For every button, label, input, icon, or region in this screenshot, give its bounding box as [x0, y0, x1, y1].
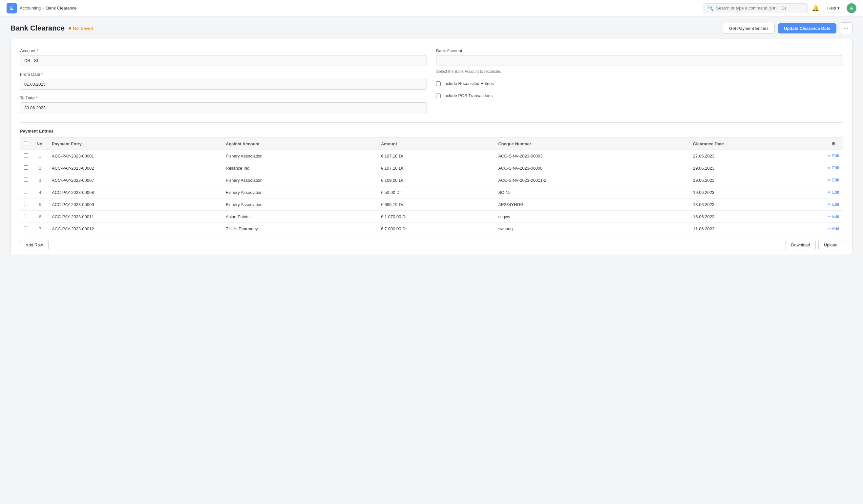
- add-row-button[interactable]: Add Row: [20, 240, 49, 250]
- edit-pencil-icon: ✏: [828, 178, 831, 182]
- row-checkbox-6[interactable]: [24, 226, 28, 230]
- row-clearance-date: 19.06.2023: [689, 174, 824, 186]
- table-row: 5 ACC-PAY-2023-00009 Fishery Association…: [20, 199, 843, 211]
- row-cheque-number: ACC-SINV-2023-00008: [494, 162, 689, 174]
- row-checkbox-2[interactable]: [24, 177, 28, 182]
- bell-button[interactable]: 🔔: [811, 3, 820, 13]
- table-row: 3 ACC-PAY-2023-00007 Fishery Association…: [20, 174, 843, 186]
- help-button[interactable]: Help ▾: [823, 4, 844, 12]
- row-checkbox-cell: [20, 150, 32, 162]
- th-settings[interactable]: ⚙: [824, 138, 843, 150]
- page-title: Bank Clearance: [11, 24, 65, 33]
- row-edit-cell: ✏ Edit: [824, 211, 843, 223]
- row-checkbox-1[interactable]: [24, 165, 28, 169]
- from-date-group: From Date *: [20, 72, 427, 90]
- edit-button-row-0[interactable]: ✏ Edit: [828, 153, 839, 158]
- table-footer: Add Row Download Upload: [20, 235, 843, 255]
- page-header: Bank Clearance Not Saved Get Payment Ent…: [0, 16, 863, 39]
- row-checkbox-5[interactable]: [24, 214, 28, 218]
- row-checkbox-0[interactable]: [24, 153, 28, 158]
- row-checkbox-cell: [20, 174, 32, 186]
- row-edit-cell: ✏ Edit: [824, 186, 843, 199]
- upload-button[interactable]: Upload: [818, 240, 843, 250]
- th-cheque-number: Cheque Number: [494, 138, 689, 150]
- topnav: E Accounting › Bank Clearance 🔍 🔔 Help ▾…: [0, 0, 863, 16]
- row-edit-cell: ✏ Edit: [824, 174, 843, 186]
- edit-label: Edit: [832, 153, 839, 158]
- table-wrapper: No. Payment Entry Against Account Amount…: [20, 138, 843, 235]
- row-checkbox-4[interactable]: [24, 202, 28, 206]
- bank-account-input[interactable]: [436, 55, 843, 66]
- from-date-input[interactable]: [20, 79, 427, 90]
- row-cheque-number: AE234YHGG: [494, 199, 689, 211]
- row-checkbox-3[interactable]: [24, 190, 28, 194]
- row-checkbox-cell: [20, 186, 32, 199]
- row-amount: € 107,10 Dr: [377, 162, 494, 174]
- row-cheque-number: swvaeg: [494, 223, 689, 235]
- bank-account-group: Bank Account Select the Bank Account to …: [436, 48, 843, 74]
- edit-label: Edit: [832, 190, 839, 194]
- edit-button-row-6[interactable]: ✏ Edit: [828, 226, 839, 231]
- breadcrumb-bank-clearance: Bank Clearance: [46, 5, 77, 11]
- main-card: Account * From Date * To Date * Bank Acc…: [11, 39, 852, 255]
- table-row: 2 ACC-PAY-2023-00002 Reliance Ind. € 107…: [20, 162, 843, 174]
- row-payment-entry: ACC-PAY-2023-00012: [48, 223, 222, 235]
- section-title: Payment Entries: [20, 129, 843, 134]
- row-payment-entry: ACC-PAY-2023-00011: [48, 211, 222, 223]
- row-no: 1: [32, 150, 48, 162]
- page-title-area: Bank Clearance Not Saved: [11, 24, 93, 33]
- edit-button-row-5[interactable]: ✏ Edit: [828, 214, 839, 219]
- download-button[interactable]: Download: [786, 240, 816, 250]
- pos-checkbox[interactable]: [436, 93, 441, 98]
- row-cheque-number: ACC-SINV-2023-00003: [494, 150, 689, 162]
- from-date-label: From Date *: [20, 72, 427, 77]
- table-row: 6 ACC-PAY-2023-00011 Asian Paints. € 1.0…: [20, 211, 843, 223]
- update-clearance-date-button[interactable]: Update Clearance Date: [778, 23, 836, 34]
- account-required: *: [37, 48, 38, 53]
- reconciled-checkbox[interactable]: [436, 81, 441, 86]
- not-saved-dot: [68, 27, 71, 29]
- to-date-input[interactable]: [20, 102, 427, 113]
- reconciled-label[interactable]: Include Reconciled Entries: [443, 81, 494, 86]
- edit-pencil-icon: ✏: [828, 166, 831, 170]
- row-amount: € 655,19 Dr: [377, 199, 494, 211]
- edit-button-row-2[interactable]: ✏ Edit: [828, 178, 839, 182]
- form-left-col: Account * From Date * To Date *: [20, 48, 427, 113]
- row-against-account: Fishery Association: [222, 174, 377, 186]
- more-options-button[interactable]: ···: [840, 22, 852, 34]
- edit-pencil-icon: ✏: [828, 214, 831, 219]
- search-input[interactable]: [716, 5, 803, 11]
- account-label: Account *: [20, 48, 427, 53]
- to-date-label: To Date *: [20, 96, 427, 100]
- footer-actions: Download Upload: [786, 240, 843, 250]
- account-input[interactable]: [20, 55, 427, 66]
- from-date-required: *: [41, 72, 43, 77]
- row-amount: € 1.070,00 Dr: [377, 211, 494, 223]
- edit-button-row-3[interactable]: ✏ Edit: [828, 190, 839, 194]
- breadcrumb-accounting[interactable]: Accounting: [20, 5, 41, 11]
- row-checkbox-cell: [20, 199, 32, 211]
- row-cheque-number: scqvw: [494, 211, 689, 223]
- search-icon: 🔍: [708, 5, 713, 11]
- search-bar[interactable]: 🔍: [703, 3, 808, 13]
- bank-account-hint: Select the Bank Account to reconcile.: [436, 69, 843, 74]
- row-clearance-date: 27.06.2023: [689, 150, 824, 162]
- edit-button-row-4[interactable]: ✏ Edit: [828, 202, 839, 207]
- not-saved-badge: Not Saved: [68, 26, 93, 31]
- row-payment-entry: ACC-PAY-2023-00001: [48, 150, 222, 162]
- pos-label[interactable]: Include POS Transactions: [443, 93, 492, 98]
- row-checkbox-cell: [20, 211, 32, 223]
- app-icon[interactable]: E: [7, 3, 17, 13]
- row-edit-cell: ✏ Edit: [824, 150, 843, 162]
- breadcrumb-sep-1: ›: [43, 5, 44, 11]
- row-clearance-date: 19.06.2023: [689, 186, 824, 199]
- row-against-account: Fishery Association: [222, 150, 377, 162]
- get-payment-entries-button[interactable]: Get Payment Entries: [723, 23, 775, 34]
- select-all-checkbox[interactable]: [24, 141, 28, 146]
- account-group: Account *: [20, 48, 427, 66]
- edit-pencil-icon: ✏: [828, 190, 831, 194]
- avatar[interactable]: A: [847, 3, 856, 13]
- edit-button-row-1[interactable]: ✏ Edit: [828, 166, 839, 170]
- form-grid: Account * From Date * To Date * Bank Acc…: [20, 48, 843, 113]
- edit-label: Edit: [832, 202, 839, 207]
